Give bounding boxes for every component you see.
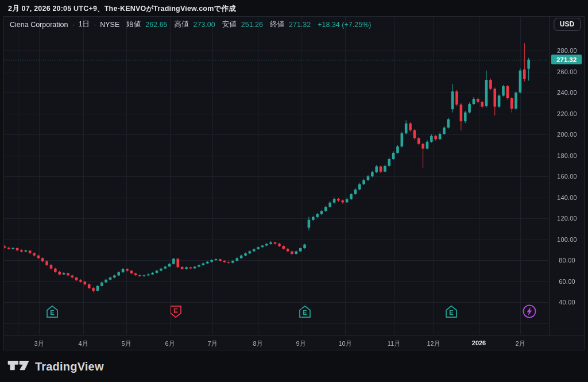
time-tick-label: 10月 (338, 339, 351, 348)
legend-separator: · (72, 21, 74, 29)
price-tick-label: 140.00 (550, 194, 585, 201)
time-tick-label: 12月 (427, 339, 440, 348)
time-tick-label: 8月 (253, 339, 262, 348)
chart-legend: Ciena Corporation · 1日 · NYSE 始値 262.65 … (10, 20, 371, 29)
legend-separator: · (94, 21, 96, 29)
time-tick-label: 2026 (472, 339, 486, 346)
price-tick-label: 120.00 (550, 215, 585, 222)
high-label: 高値 (175, 20, 189, 29)
open-value: 262.65 (145, 21, 167, 29)
close-value: 271.32 (289, 21, 311, 29)
interval-label[interactable]: 1日 (79, 20, 90, 29)
time-tick-label: 2月 (515, 339, 525, 348)
time-tick-label: 11月 (388, 339, 400, 348)
current-price-tag: 271.32 (551, 55, 582, 64)
price-tick-label: 260.00 (550, 68, 585, 75)
time-tick-label: 9月 (296, 339, 305, 348)
close-label: 終値 (270, 20, 284, 29)
exchange-label: NYSE (100, 21, 119, 29)
tradingview-logo[interactable]: TradingView (7, 357, 104, 376)
low-value: 251.26 (241, 21, 263, 29)
high-value: 273.00 (194, 21, 215, 29)
time-tick-label: 7月 (207, 339, 217, 348)
price-tick-label: 220.00 (550, 110, 585, 117)
time-axis[interactable]: 3月4月5月6月7月8月9月10月11月12月20262月 (3, 335, 585, 350)
currency-toggle-button[interactable]: USD (554, 18, 581, 31)
symbol-title[interactable]: Ciena Corporation (10, 21, 68, 29)
price-tick-label: 100.00 (550, 236, 585, 243)
tradingview-logo-icon (7, 359, 30, 375)
time-tick-label: 5月 (121, 339, 131, 348)
price-axis[interactable]: USD 271.32 280.00260.00240.00220.00200.0… (549, 16, 585, 335)
time-tick-label: 3月 (34, 339, 44, 348)
time-tick-label: 4月 (78, 339, 88, 348)
low-label: 安値 (222, 20, 237, 29)
price-tick-label: 200.00 (550, 131, 585, 138)
candlestick-chart-canvas[interactable] (0, 0, 588, 352)
price-tick-label: 80.00 (550, 257, 585, 264)
tradingview-logo-text: TradingView (35, 360, 104, 373)
price-tick-label: 40.00 (550, 299, 585, 306)
price-tick-label: 240.00 (550, 89, 585, 96)
price-tick-label: 60.00 (550, 278, 585, 285)
open-label: 始値 (126, 20, 141, 29)
price-tick-label: 160.00 (550, 173, 585, 180)
price-tick-label: 280.00 (550, 47, 585, 54)
attribution-text: 2月 07, 2026 20:05 UTC+9、The-KENVOがTradin… (8, 4, 236, 14)
price-tick-label: 180.00 (550, 152, 585, 159)
change-value: +18.34 (+7.25%) (318, 21, 371, 29)
time-tick-label: 6月 (165, 339, 175, 348)
